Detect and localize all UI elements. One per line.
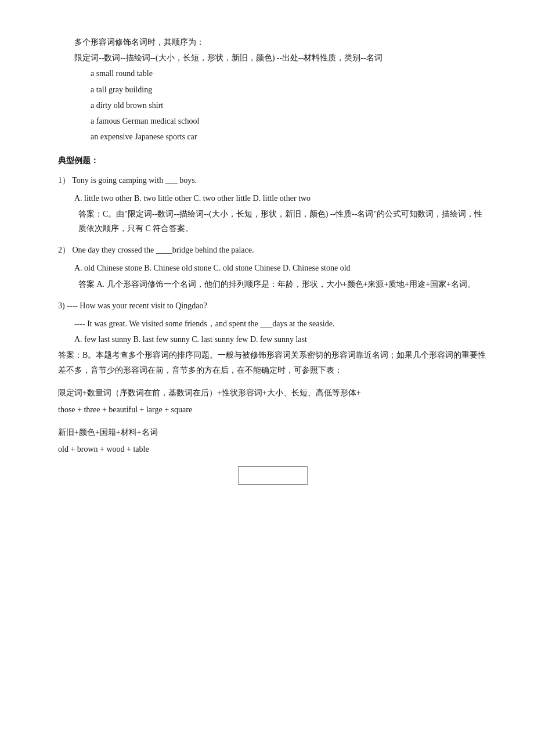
example-1: a small round table	[91, 66, 488, 81]
q3-line1: ---- How was your recent visit to Qingda…	[67, 301, 207, 310]
q1-options: A. little two other B. two little other …	[58, 191, 488, 206]
question-3: 3) ---- How was your recent visit to Qin…	[58, 298, 488, 377]
q3-num: 3) ---- How was your recent visit to Qin…	[58, 298, 488, 313]
q2-body: One day they crossed the ____bridge behi…	[73, 246, 254, 254]
empty-box[interactable]	[238, 466, 308, 485]
section-title: 典型例题：	[58, 153, 488, 168]
rule-intro: 多个形容词修饰名词时，其顺序为：	[58, 35, 488, 49]
q3-num-label: 3)	[58, 301, 65, 310]
q1-body: Tony is going camping with ___ boys.	[72, 176, 197, 185]
q1-text: 1） Tony is going camping with ___ boys.	[58, 173, 488, 188]
empty-box-container	[58, 466, 488, 485]
q3-options: A. few last sunny B. last few sunny C. l…	[58, 332, 488, 347]
example-4: a famous German medical school	[91, 114, 488, 128]
q2-options: A. old Chinese stone B. Chinese old ston…	[58, 261, 488, 275]
formula-section-1: 限定词+数量词（序数词在前，基数词在后）+性状形容词+大小、长短、高低等形体+ …	[58, 386, 488, 417]
q3-answer: 答案：B。本题考查多个形容词的排序问题。一般与被修饰形容词关系密切的形容词靠近名…	[58, 348, 488, 377]
q2-answer: 答案 A. 几个形容词修饰一个名词，他们的排列顺序是：年龄，形状，大小+颜色+来…	[58, 277, 488, 291]
formula-1-example: those + three + beautiful + large + squa…	[58, 402, 488, 417]
examples-list: a small round table a tall gray building…	[58, 66, 488, 144]
question-2: 2） One day they crossed the ____bridge b…	[58, 243, 488, 291]
formula-1-label: 限定词+数量词（序数词在前，基数词在后）+性状形容词+大小、长短、高低等形体+	[58, 386, 488, 400]
rule-formula: 限定词--数词--描绘词--(大小，长短，形状，新旧，颜色) --出处--材料性…	[58, 51, 488, 65]
rule-section: 多个形容词修饰名词时，其顺序为： 限定词--数词--描绘词--(大小，长短，形状…	[58, 35, 488, 144]
formula-2-label: 新旧+颜色+国籍+材料+名词	[58, 425, 488, 440]
question-1: 1） Tony is going camping with ___ boys. …	[58, 173, 488, 236]
formula-section-2: 新旧+颜色+国籍+材料+名词 old + brown + wood + tabl…	[58, 425, 488, 456]
formula-2-example: old + brown + wood + table	[58, 442, 488, 456]
q1-answer: 答案：C。由"限定词--数词--描绘词--(大小，长短，形状，新旧，颜色) --…	[58, 207, 488, 236]
example-2: a tall gray building	[91, 82, 488, 97]
example-5: an expensive Japanese sports car	[91, 129, 488, 144]
example-3: a dirty old brown shirt	[91, 98, 488, 113]
page-content: 多个形容词修饰名词时，其顺序为： 限定词--数词--描绘词--(大小，长短，形状…	[58, 35, 488, 485]
q3-line2: ---- It was great. We visited some frien…	[58, 316, 488, 331]
q2-text: 2） One day they crossed the ____bridge b…	[58, 243, 488, 257]
q2-num: 2）	[58, 246, 70, 254]
q1-num: 1）	[58, 176, 70, 185]
